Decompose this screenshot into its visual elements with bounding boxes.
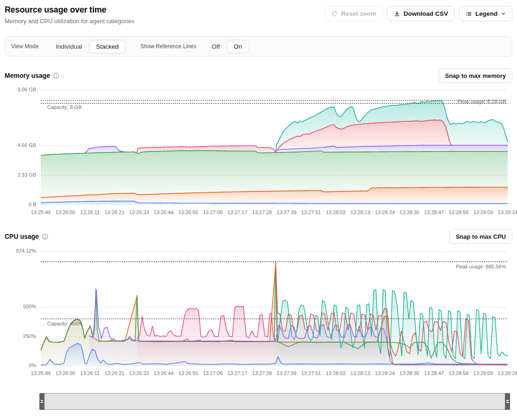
x-tick-label: 13:26:11 (80, 210, 100, 215)
reset-zoom-button[interactable]: Reset zoom (325, 6, 383, 21)
y-tick-label: 500% (5, 304, 36, 309)
show-reference-lines-label: Show Reference Lines (140, 43, 196, 50)
x-tick-label: 13:28:35 (399, 370, 419, 376)
brush-handle-left[interactable] (39, 393, 44, 410)
legend-label: Legend (475, 10, 498, 17)
x-tick-label: 13:28:47 (424, 370, 444, 376)
x-tick-label: 13:27:39 (277, 370, 296, 376)
x-tick-label: 13:26:21 (105, 370, 125, 376)
y-tick-label: 250% (5, 333, 36, 339)
x-tick-label: 13:29:09 (473, 370, 493, 376)
download-csv-label: Download CSV (404, 10, 448, 17)
x-tick-label: 13:26:33 (129, 210, 149, 215)
x-tick-label: 13:26:00 (56, 370, 76, 376)
x-tick-label: 13:27:17 (227, 370, 247, 376)
x-tick-label: 13:28:02 (326, 210, 346, 215)
x-tick-label: 13:27:17 (227, 210, 247, 215)
x-tick-label: 13:28:13 (350, 370, 370, 376)
cpu-title: CPU usage (5, 233, 39, 240)
grip-icon (506, 400, 509, 403)
info-icon[interactable] (53, 73, 59, 79)
page-subtitle: Memory and CPU utilization for agent cat… (5, 18, 134, 25)
x-tick-label: 13:26:11 (80, 370, 100, 376)
x-tick-label: 13:29:09 (473, 210, 493, 215)
x-tick-label: 13:26:44 (154, 370, 174, 376)
x-tick-label: 13:27:28 (252, 370, 272, 376)
y-tick-label: 0 B (5, 202, 36, 207)
memory-chart-area: Capacity: 8 GB Peak usage: 8.24 GB 9.06 … (5, 90, 512, 217)
snap-to-max-cpu-button[interactable]: Snap to max CPU (449, 229, 512, 244)
download-csv-button[interactable]: Download CSV (387, 6, 454, 21)
x-tick-label: 13:27:06 (203, 370, 223, 376)
reference-lines-off[interactable]: Off (205, 40, 227, 53)
page-title: Resource usage over time (5, 5, 134, 15)
y-tick-label: 4.66 GB (5, 142, 36, 148)
x-tick-label: 13:29:24 (498, 370, 517, 376)
cpu-title-row: CPU usage (5, 233, 48, 240)
memory-capacity-label: Capacity: 8 GB (47, 104, 82, 110)
topbar: Resource usage over time Memory and CPU … (5, 0, 512, 25)
controls-bar: View Mode Individual Stacked Show Refere… (5, 36, 512, 57)
x-tick-label: 13:27:06 (203, 210, 223, 215)
reset-zoom-label: Reset zoom (341, 10, 376, 17)
brush-handle-right[interactable] (505, 393, 510, 410)
memory-section-header: Memory usage Snap to max memory (5, 68, 512, 83)
x-tick-label: 13:28:13 (350, 210, 370, 215)
title-block: Resource usage over time Memory and CPU … (5, 5, 134, 25)
x-tick-label: 13:28:47 (424, 210, 444, 215)
memory-title: Memory usage (5, 72, 50, 79)
x-tick-label: 13:28:35 (399, 210, 419, 215)
x-tick-label: 13:27:39 (277, 210, 296, 215)
refresh-icon (331, 11, 338, 17)
memory-chart[interactable] (41, 90, 508, 205)
snap-to-max-memory-button[interactable]: Snap to max memory (439, 68, 513, 83)
x-tick-label: 13:26:21 (105, 210, 125, 215)
download-icon (394, 11, 400, 17)
view-mode-label: View Mode (11, 43, 38, 50)
y-tick-label: 974.12% (5, 248, 36, 254)
cpu-chart[interactable] (41, 251, 508, 366)
legend-button[interactable]: Legend (459, 6, 512, 21)
x-tick-label: 13:26:55 (178, 210, 198, 215)
chevron-down-icon (501, 11, 506, 16)
x-tick-label: 13:25:49 (31, 370, 51, 376)
view-mode-stacked[interactable]: Stacked (89, 40, 126, 53)
memory-peak-label: Peak usage: 8.24 GB (457, 99, 506, 104)
toolbar-actions: Reset zoom Download CSV Legend (325, 6, 512, 21)
info-icon[interactable] (42, 234, 48, 240)
legend-list-icon (466, 11, 472, 17)
grip-icon (41, 400, 43, 403)
x-tick-label: 13:28:24 (375, 210, 395, 215)
cpu-chart-area: Capacity: 400% Peak usage: 885.56% 974.1… (5, 251, 512, 378)
memory-title-row: Memory usage (5, 72, 59, 79)
x-tick-label: 13:26:00 (56, 210, 76, 215)
x-tick-label: 13:26:33 (129, 370, 149, 376)
cpu-section-header: CPU usage Snap to max CPU (5, 229, 512, 244)
reference-lines-on[interactable]: On (227, 40, 249, 53)
x-tick-label: 13:27:51 (301, 370, 321, 376)
cpu-capacity-label: Capacity: 400% (47, 321, 83, 326)
view-mode-individual[interactable]: Individual (49, 40, 89, 53)
x-tick-label: 13:26:55 (178, 370, 198, 376)
y-tick-label: 0% (5, 363, 36, 368)
x-tick-label: 13:27:51 (301, 210, 321, 215)
x-tick-label: 13:28:02 (326, 370, 346, 376)
x-tick-label: 13:27:28 (252, 210, 272, 215)
x-tick-label: 13:26:44 (154, 210, 174, 215)
y-tick-label: 9.06 GB (5, 87, 36, 92)
cpu-peak-label: Peak usage: 885.56% (456, 264, 506, 269)
x-tick-label: 13:25:49 (31, 210, 51, 215)
x-tick-label: 13:28:24 (375, 370, 395, 376)
x-tick-label: 13:28:58 (448, 370, 468, 376)
x-tick-label: 13:28:58 (448, 210, 468, 215)
y-tick-label: 2.33 GB (5, 172, 36, 178)
dashboard: Resource usage over time Memory and CPU … (0, 0, 517, 410)
x-tick-label: 13:29:24 (498, 210, 517, 215)
time-range-brush[interactable] (39, 393, 510, 410)
